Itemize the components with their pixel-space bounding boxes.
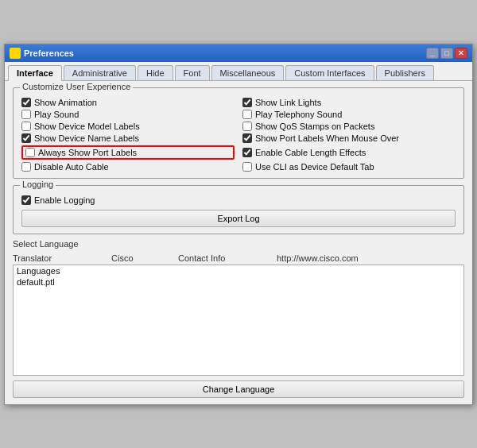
- app-icon: [10, 48, 21, 59]
- checkbox-show-qos: Show QoS Stamps on Packets: [242, 122, 456, 131]
- tab-miscellaneous[interactable]: Miscellaneous: [211, 65, 285, 80]
- checkbox-enable-cable-length: Enable Cable Length Effects: [242, 145, 456, 160]
- play-sound-checkbox[interactable]: [21, 110, 31, 119]
- language-section-label: Select Language: [13, 239, 464, 249]
- show-device-name-label: Show Device Name Labels: [34, 133, 139, 143]
- col-url: http://www.cisco.com: [277, 253, 464, 263]
- show-port-labels-mouse-checkbox[interactable]: [242, 133, 252, 143]
- titlebar-buttons: _ □ ✕: [426, 48, 467, 59]
- enable-cable-length-checkbox[interactable]: [242, 148, 252, 157]
- customize-group-label: Customize User Experience: [20, 82, 133, 91]
- col-contact-info: Contact Info: [178, 253, 273, 263]
- logging-group-label: Logging: [20, 180, 56, 189]
- minimize-button[interactable]: _: [426, 48, 439, 59]
- checkbox-show-port-labels-mouse: Show Port Labels When Mouse Over: [242, 133, 456, 143]
- checkboxes-grid: Show Animation Show Link Lights Play Sou…: [21, 98, 456, 172]
- enable-logging-label: Enable Logging: [34, 195, 95, 205]
- always-show-port-label: Always Show Port Labels: [38, 148, 137, 157]
- enable-cable-length-label: Enable Cable Length Effects: [255, 148, 366, 157]
- checkbox-use-cli: Use CLI as Device Default Tab: [242, 162, 456, 172]
- play-telephony-checkbox[interactable]: [242, 110, 252, 119]
- change-language-button[interactable]: Change Language: [13, 380, 464, 398]
- show-link-lights-label: Show Link Lights: [255, 98, 321, 107]
- tab-publishers[interactable]: Publishers: [376, 65, 434, 80]
- language-section: Select Language Translator Cisco Contact…: [13, 239, 464, 398]
- list-item-languages[interactable]: Languages: [14, 265, 463, 276]
- tab-administrative[interactable]: Administrative: [64, 65, 136, 80]
- always-show-port-checkbox[interactable]: [25, 148, 35, 157]
- show-device-name-checkbox[interactable]: [21, 133, 31, 143]
- show-device-model-label: Show Device Model Labels: [34, 122, 140, 131]
- tab-content: Customize User Experience Show Animation…: [5, 81, 472, 404]
- titlebar: Preferences _ □ ✕: [5, 44, 472, 62]
- tab-bar: Interface Administrative Hide Font Misce…: [5, 62, 472, 81]
- export-log-button[interactable]: Export Log: [21, 210, 456, 227]
- show-link-lights-checkbox[interactable]: [242, 98, 252, 107]
- logging-group: Logging Enable Logging Export Log: [13, 185, 464, 234]
- use-cli-label: Use CLI as Device Default Tab: [255, 162, 374, 172]
- checkbox-play-sound: Play Sound: [21, 110, 235, 119]
- language-list[interactable]: Languages default.ptl: [13, 265, 464, 376]
- titlebar-left: Preferences: [10, 48, 74, 59]
- checkbox-enable-logging: Enable Logging: [21, 195, 456, 205]
- checkbox-show-link-lights: Show Link Lights: [242, 98, 456, 107]
- checkbox-show-device-model: Show Device Model Labels: [21, 122, 235, 131]
- tab-interface[interactable]: Interface: [8, 65, 62, 81]
- tab-font[interactable]: Font: [175, 65, 210, 80]
- checkbox-show-device-name: Show Device Name Labels: [21, 133, 235, 143]
- use-cli-checkbox[interactable]: [242, 162, 252, 172]
- language-table-header: Translator Cisco Contact Info http://www…: [13, 252, 464, 265]
- tab-hide[interactable]: Hide: [138, 65, 173, 80]
- checkbox-show-animation: Show Animation: [21, 98, 235, 107]
- close-button[interactable]: ✕: [455, 48, 467, 59]
- checkbox-always-show-port: Always Show Port Labels: [21, 145, 235, 160]
- maximize-button[interactable]: □: [440, 48, 453, 59]
- play-sound-label: Play Sound: [34, 110, 79, 119]
- show-port-labels-mouse-label: Show Port Labels When Mouse Over: [255, 133, 399, 143]
- checkbox-disable-auto-cable: Disable Auto Cable: [21, 162, 235, 172]
- show-device-model-checkbox[interactable]: [21, 122, 31, 131]
- show-qos-checkbox[interactable]: [242, 122, 252, 131]
- checkbox-play-telephony: Play Telephony Sound: [242, 110, 456, 119]
- col-cisco: Cisco: [111, 253, 175, 263]
- show-animation-label: Show Animation: [34, 98, 97, 107]
- disable-auto-cable-checkbox[interactable]: [21, 162, 31, 172]
- preferences-window: Preferences _ □ ✕ Interface Administrati…: [4, 44, 473, 405]
- disable-auto-cable-label: Disable Auto Cable: [34, 162, 109, 172]
- window-title: Preferences: [24, 48, 74, 58]
- customize-group: Customize User Experience Show Animation…: [13, 87, 464, 179]
- col-translator: Translator: [13, 253, 108, 263]
- show-qos-label: Show QoS Stamps on Packets: [255, 122, 374, 131]
- play-telephony-label: Play Telephony Sound: [255, 110, 342, 119]
- list-item-default[interactable]: default.ptl: [14, 276, 463, 288]
- show-animation-checkbox[interactable]: [21, 98, 31, 107]
- tab-custom-interfaces[interactable]: Custom Interfaces: [285, 65, 374, 80]
- enable-logging-checkbox[interactable]: [21, 195, 31, 205]
